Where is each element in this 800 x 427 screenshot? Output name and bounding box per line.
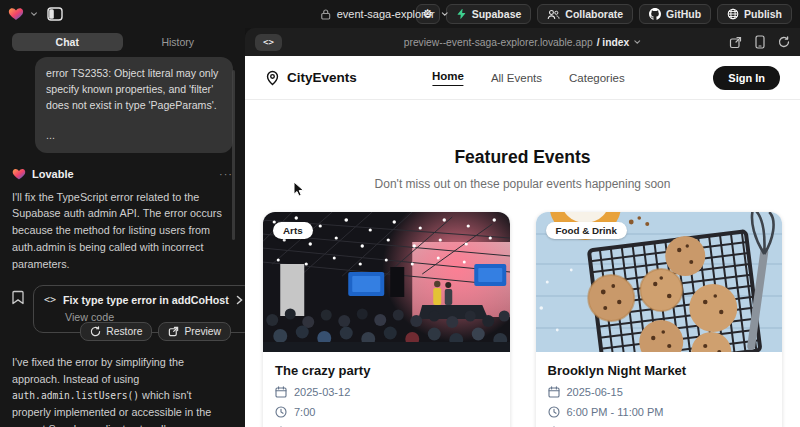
sidebar-scrollbar[interactable] xyxy=(232,70,235,240)
user-message-ellipsis: ... xyxy=(46,128,222,144)
nav-home[interactable]: Home xyxy=(432,70,464,86)
calendar-icon xyxy=(548,386,560,398)
preview-button[interactable]: Preview xyxy=(158,322,231,341)
refresh-icon[interactable] xyxy=(778,36,790,48)
code-change-title: Fix type type error in addCoHost xyxy=(63,294,229,306)
site-brand[interactable]: CityEvents xyxy=(265,70,357,86)
preview-toolbar: <> preview--event-saga-explorer.lovable.… xyxy=(245,28,800,56)
nav-categories[interactable]: Categories xyxy=(569,72,625,84)
topbar: event-saga-explorer ⚙ Supabase Collabora… xyxy=(0,0,800,28)
sidebar-tabs: Chat History xyxy=(12,33,233,51)
event-card-crazy-party[interactable]: Arts The crazy party 2025-03-12 7:00 xyxy=(263,212,510,427)
site-nav: Home All Events Categories xyxy=(432,70,625,86)
section-subtitle: Don't miss out on these popular events h… xyxy=(245,177,800,191)
chevron-down-icon[interactable] xyxy=(30,10,38,18)
supabase-button[interactable]: Supabase xyxy=(446,4,532,24)
collaborate-button[interactable]: Collaborate xyxy=(537,4,633,24)
preview-url-domain: preview--event-saga-explorer.lovable.app xyxy=(404,37,593,48)
nav-all-events[interactable]: All Events xyxy=(491,72,542,84)
category-badge: Food & Drink xyxy=(546,222,628,239)
clock-icon xyxy=(275,406,287,418)
event-title: Brooklyn Night Market xyxy=(548,363,771,378)
app-window: event-saga-explorer ⚙ Supabase Collabora… xyxy=(0,0,800,427)
category-badge: Arts xyxy=(273,222,313,239)
open-external-icon[interactable] xyxy=(729,36,742,49)
user-message-text: error TS2353: Object literal may only sp… xyxy=(46,66,222,114)
sidebar-toggle-button[interactable] xyxy=(44,4,66,24)
chat-sidebar: Chat History error TS2353: Object litera… xyxy=(0,28,245,427)
chevron-down-icon xyxy=(633,38,641,46)
tab-chat[interactable]: Chat xyxy=(12,33,123,51)
event-card-brooklyn-market[interactable]: Food & Drink Brooklyn Night Market 2025-… xyxy=(536,212,783,427)
chevron-down-icon xyxy=(441,10,449,18)
map-pin-icon xyxy=(265,70,280,86)
bookmark-icon[interactable] xyxy=(12,290,24,305)
site-viewport: CityEvents Home All Events Categories Si… xyxy=(245,56,800,427)
site-header: CityEvents Home All Events Categories Si… xyxy=(245,56,800,100)
event-cards: Arts The crazy party 2025-03-12 7:00 xyxy=(263,212,782,427)
section-title: Featured Events xyxy=(245,147,800,168)
code-view-toggle[interactable]: <> xyxy=(255,34,282,51)
supabase-icon xyxy=(456,8,467,20)
event-title: The crazy party xyxy=(275,363,498,378)
globe-icon xyxy=(727,8,739,20)
restore-button[interactable]: Restore xyxy=(80,322,152,341)
github-button[interactable]: GitHub xyxy=(639,4,711,24)
mobile-view-icon[interactable] xyxy=(755,35,765,49)
preview-panel: <> preview--event-saga-explorer.lovable.… xyxy=(245,28,800,427)
event-time-row: 6:00 PM - 11:00 PM xyxy=(548,406,771,418)
project-selector[interactable]: event-saga-explorer xyxy=(321,0,449,28)
assistant-header: Lovable ··· xyxy=(12,167,233,181)
event-date-row: 2025-06-15 xyxy=(548,386,771,398)
event-date-row: 2025-03-12 xyxy=(275,386,498,398)
assistant-outro-text: I've fixed the error by simplifying the … xyxy=(12,354,233,427)
lovable-logo-icon[interactable] xyxy=(8,6,24,22)
sign-in-button[interactable]: Sign In xyxy=(713,66,780,90)
tab-history[interactable]: History xyxy=(123,33,234,51)
lovable-heart-icon xyxy=(12,167,26,181)
message-actions: Restore Preview xyxy=(12,322,233,341)
featured-section-header: Featured Events Don't miss out on these … xyxy=(245,147,800,191)
message-menu-button[interactable]: ··· xyxy=(219,168,233,180)
code-icon: <> xyxy=(44,294,56,305)
assistant-name: Lovable xyxy=(32,168,74,180)
preview-url-bar[interactable]: preview--event-saga-explorer.lovable.app… xyxy=(404,37,642,48)
lock-icon xyxy=(321,9,331,20)
publish-button[interactable]: Publish xyxy=(717,4,792,24)
clock-icon xyxy=(548,406,560,418)
event-image-party: Arts xyxy=(263,212,510,352)
github-icon xyxy=(649,8,661,20)
people-icon xyxy=(547,9,560,20)
chevron-right-icon xyxy=(236,295,243,305)
preview-url-path: / index xyxy=(597,37,630,48)
event-time-row: 7:00 xyxy=(275,406,498,418)
restore-icon xyxy=(90,326,101,337)
event-image-cookies: Food & Drink xyxy=(536,212,783,352)
calendar-icon xyxy=(275,386,287,398)
external-link-icon xyxy=(168,326,179,337)
assistant-intro-text: I'll fix the TypeScript error related to… xyxy=(12,189,233,273)
user-message: error TS2353: Object literal may only sp… xyxy=(35,57,233,153)
project-name: event-saga-explorer xyxy=(337,8,435,20)
